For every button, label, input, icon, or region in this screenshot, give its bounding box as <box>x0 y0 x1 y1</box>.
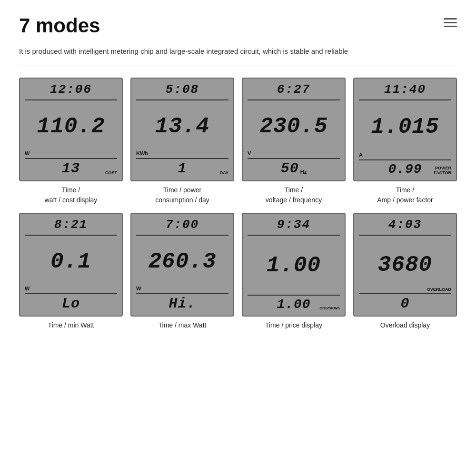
lcd-bottom-row-1: 1DAY <box>136 160 228 177</box>
mode-card-6: 9:341.001.00COST/KWhTime / price display <box>242 213 346 330</box>
mode-card-4: 8:210.1WLoTime / min Watt <box>19 213 123 330</box>
mode-card-3: 11:401.015A0.99POWER FACTORTime / Amp / … <box>353 78 457 205</box>
lcd-bottom-value-5: Hi. <box>169 296 196 312</box>
lcd-bottom-value-7: 0 <box>400 296 409 312</box>
lcd-unit-0: W <box>25 150 117 156</box>
mode-label-3: Time / Amp / power factor <box>377 185 433 205</box>
modes-grid-top: 12:06110.2W13COSTTime / watt / cost disp… <box>19 78 457 205</box>
lcd-time-7: 4:03 <box>359 218 451 232</box>
lcd-bottom-row-6: 1.00COST/KWh <box>248 297 340 312</box>
section-divider <box>19 66 457 66</box>
mode-label-2: Time / voltage / frequency <box>266 185 322 205</box>
lcd-display-7: 4:033680OVERLOAD0 <box>353 213 457 317</box>
lcd-main-value-6: 1.00 <box>248 238 340 294</box>
lcd-main-value-5: 260.3 <box>136 238 228 286</box>
lcd-bottom-row-2: 50Hz <box>248 160 340 177</box>
mode-label-1: Time / power consumption / day <box>155 185 209 205</box>
lcd-display-6: 9:341.001.00COST/KWh <box>242 213 346 317</box>
lcd-display-5: 7:00260.3WHi. <box>130 213 234 317</box>
lcd-bottom-row-5: Hi. <box>136 296 228 312</box>
lcd-bottom-row-7: OVERLOAD0 <box>359 296 451 312</box>
lcd-time-3: 11:40 <box>359 82 451 97</box>
mode-label-6: Time / price display <box>265 320 322 330</box>
lcd-bottom-value-0: 13 <box>62 160 80 177</box>
modes-grid-bottom: 8:210.1WLoTime / min Watt7:00260.3WHi.Ti… <box>19 213 457 330</box>
lcd-main-value-7: 3680 <box>359 238 451 292</box>
mode-card-5: 7:00260.3WHi.Time / max Watt <box>130 213 234 330</box>
lcd-bottom-row-0: 13COST <box>25 160 117 177</box>
lcd-unit-3: A <box>359 152 451 158</box>
lcd-display-0: 12:06110.2W13COST <box>19 78 123 181</box>
lcd-bottom-label-0: COST <box>105 171 117 176</box>
lcd-main-value-1: 13.4 <box>136 102 228 150</box>
menu-icon[interactable] <box>444 14 457 27</box>
description-text: It is produced with intelligent metering… <box>19 46 428 57</box>
lcd-unit-4: W <box>25 286 117 291</box>
lcd-hz-label: Hz <box>300 169 307 175</box>
lcd-unit-1: KWh <box>136 150 228 156</box>
lcd-main-value-4: 0.1 <box>25 238 117 286</box>
lcd-bottom-label-1: DAY <box>220 171 228 176</box>
lcd-bottom-value-2: 50 <box>281 160 299 177</box>
page-header: 7 modes <box>19 14 457 37</box>
lcd-main-value-2: 230.5 <box>248 102 340 150</box>
mode-card-1: 5:0813.4KWh1DAYTime / power consumption … <box>130 78 234 205</box>
lcd-display-4: 8:210.1WLo <box>19 213 123 317</box>
mode-label-4: Time / min Watt <box>48 320 94 330</box>
lcd-overload-label: OVERLOAD <box>427 287 451 292</box>
mode-label-7: Overload display <box>380 320 430 330</box>
mode-card-0: 12:06110.2W13COSTTime / watt / cost disp… <box>19 78 123 205</box>
lcd-time-0: 12:06 <box>25 82 117 97</box>
mode-card-2: 6:27230.5V50HzTime / voltage / frequency <box>242 78 346 205</box>
lcd-time-4: 8:21 <box>25 218 117 232</box>
lcd-main-value-3: 1.015 <box>359 102 451 152</box>
lcd-bottom-row-4: Lo <box>25 296 117 312</box>
page-title: 7 modes <box>19 14 100 37</box>
lcd-unit-5: W <box>136 286 228 291</box>
lcd-bottom-row-3: 0.99POWER FACTOR <box>359 162 451 177</box>
lcd-time-5: 7:00 <box>136 218 228 232</box>
lcd-bottom-label-6: COST/KWh <box>319 307 340 311</box>
lcd-bottom-value-3: 0.99 <box>388 162 422 177</box>
lcd-display-2: 6:27230.5V50Hz <box>242 78 346 181</box>
lcd-time-6: 9:34 <box>248 218 340 232</box>
mode-label-5: Time / max Watt <box>159 320 207 330</box>
lcd-time-1: 5:08 <box>136 82 228 97</box>
lcd-time-2: 6:27 <box>248 82 340 97</box>
lcd-display-1: 5:0813.4KWh1DAY <box>130 78 234 181</box>
lcd-bottom-label-3: POWER FACTOR <box>434 166 451 176</box>
lcd-bottom-value-6: 1.00 <box>277 297 310 312</box>
lcd-bottom-value-4: Lo <box>62 296 80 312</box>
mode-label-0: Time / watt / cost display <box>45 185 98 205</box>
lcd-unit-2: V <box>248 150 340 156</box>
lcd-main-value-0: 110.2 <box>25 102 117 150</box>
lcd-display-3: 11:401.015A0.99POWER FACTOR <box>353 78 457 181</box>
lcd-bottom-value-1: 1 <box>178 160 187 177</box>
mode-card-7: 4:033680OVERLOAD0Overload display <box>353 213 457 330</box>
